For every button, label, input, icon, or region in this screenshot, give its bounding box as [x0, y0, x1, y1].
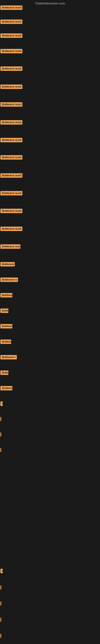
bottleneck-badge-5: Bottleneck result: [0, 66, 22, 71]
bottleneck-item-27: [0, 432, 1, 437]
bottleneck-badge-18: Bottlenec: [0, 293, 12, 298]
bottleneck-item-13: Bottleneck result: [0, 209, 22, 214]
bottleneck-badge-3: Bottleneck result: [0, 34, 22, 38]
bottleneck-item-29: B: [0, 569, 3, 574]
bottleneck-item-24: Bottlenec: [0, 386, 12, 391]
bottleneck-badge-27: [0, 432, 1, 436]
bottleneck-badge-23: Bottle: [0, 370, 8, 375]
bottleneck-badge-15: Bottleneck resu: [0, 244, 20, 249]
bottleneck-item-31: [0, 602, 1, 606]
bottleneck-item-16: Bottleneck: [0, 262, 15, 267]
bottleneck-badge-7: Bottleneck result: [0, 102, 22, 107]
bottleneck-item-23: Bottle: [0, 370, 8, 376]
bottleneck-badge-24: Bottlenec: [0, 386, 12, 390]
bottleneck-item-25: B: [0, 402, 3, 407]
bottleneck-item-17: Bottleneck re: [0, 278, 18, 283]
bottleneck-badge-6: Bottleneck result: [0, 84, 22, 89]
bottleneck-badge-16: Bottleneck: [0, 262, 15, 266]
bottleneck-badge-31: [0, 602, 1, 606]
bottleneck-badge-30: [0, 586, 1, 590]
bottleneck-badge-17: Bottleneck re: [0, 278, 18, 282]
bottleneck-item-9: Bottleneck result: [0, 138, 22, 143]
bottleneck-badge-13: Bottleneck result: [0, 209, 22, 213]
bottleneck-item-6: Bottleneck result: [0, 84, 22, 90]
bottleneck-badge-1: Bottleneck result: [0, 6, 22, 10]
bottleneck-item-32: [0, 618, 1, 622]
bottleneck-badge-19: Bottle: [0, 308, 8, 313]
bottleneck-item-15: Bottleneck resu: [0, 244, 20, 250]
bottleneck-badge-28: [0, 448, 1, 452]
bottleneck-item-33: [0, 634, 1, 638]
bottleneck-badge-4: Bottleneck result: [0, 49, 22, 53]
bottleneck-badge-29: B: [0, 569, 3, 573]
bottleneck-item-1: Bottleneck result: [0, 6, 22, 11]
bottleneck-badge-9: Bottleneck result: [0, 138, 22, 142]
bottleneck-item-21: Bottlene: [0, 340, 11, 345]
bottleneck-badge-32: [0, 618, 1, 622]
bottleneck-item-26: [0, 417, 1, 422]
bottleneck-item-7: Bottleneck result: [0, 102, 22, 108]
bottleneck-badge-11: Bottleneck result: [0, 173, 22, 178]
bottleneck-badge-8: Bottleneck result: [0, 120, 22, 124]
bottleneck-item-3: Bottleneck result: [0, 34, 22, 39]
bottleneck-badge-26: [0, 417, 1, 421]
bottleneck-item-10: Bottleneck result: [0, 155, 22, 160]
bottleneck-item-30: [0, 586, 1, 590]
bottleneck-item-18: Bottlenec: [0, 293, 12, 298]
bottleneck-badge-20: Bottlenec: [0, 324, 12, 328]
bottleneck-badge-25: B: [0, 402, 3, 406]
bottleneck-item-28: [0, 448, 1, 453]
bottleneck-badge-2: Bottleneck result: [0, 20, 22, 24]
bottleneck-item-20: Bottlenec: [0, 324, 12, 329]
site-title-text: TheBottlenecker.com: [0, 0, 100, 6]
bottleneck-item-11: Bottleneck result: [0, 173, 22, 178]
bottleneck-badge-33: [0, 634, 1, 638]
bottleneck-badge-22: Bottleneck r: [0, 355, 17, 360]
bottleneck-item-4: Bottleneck result: [0, 49, 22, 54]
bottleneck-badge-21: Bottlene: [0, 340, 11, 344]
bottleneck-item-8: Bottleneck result: [0, 120, 22, 126]
bottleneck-badge-12: Bottleneck result: [0, 191, 22, 196]
bottleneck-item-5: Bottleneck result: [0, 66, 22, 72]
bottleneck-item-2: Bottleneck result: [0, 20, 22, 25]
bottleneck-badge-14: Bottleneck result: [0, 226, 22, 231]
bottleneck-item-22: Bottleneck r: [0, 355, 17, 360]
bottleneck-item-19: Bottle: [0, 308, 8, 314]
bottleneck-badge-10: Bottleneck result: [0, 155, 22, 160]
bottleneck-item-14: Bottleneck result: [0, 226, 22, 232]
bottleneck-item-12: Bottleneck result: [0, 191, 22, 196]
